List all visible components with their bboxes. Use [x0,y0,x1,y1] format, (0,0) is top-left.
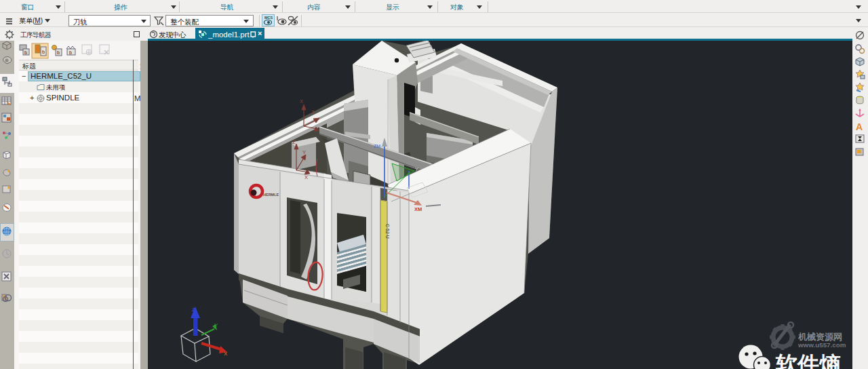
svg-text:软件熵: 软件熵 [775,352,841,369]
svg-text:X: X [304,174,308,180]
svg-text:b: b [69,50,72,55]
svg-text:MCS: MCS [264,16,273,20]
svg-text:ZM: ZM [374,144,380,149]
svg-text:Z: Z [311,109,315,115]
svg-text:Z: Z [192,307,195,313]
svg-text:www.u557.com: www.u557.com [797,341,846,349]
svg-text:b: b [24,50,27,55]
svg-text:XM: XM [414,206,422,212]
svg-text:HERMLE: HERMLE [263,193,279,197]
svg-text:b: b [42,50,45,54]
svg-text:Y: Y [214,322,218,328]
svg-text:X: X [224,351,228,357]
svg-text:X: X [300,98,303,104]
svg-text:机械资源网: 机械资源网 [797,332,842,342]
svg-text:Z: Z [292,139,296,145]
svg-text:b: b [57,50,60,55]
svg-text:A: A [856,121,863,132]
svg-text:Y: Y [302,149,306,155]
svg-text:Y: Y [415,166,418,172]
